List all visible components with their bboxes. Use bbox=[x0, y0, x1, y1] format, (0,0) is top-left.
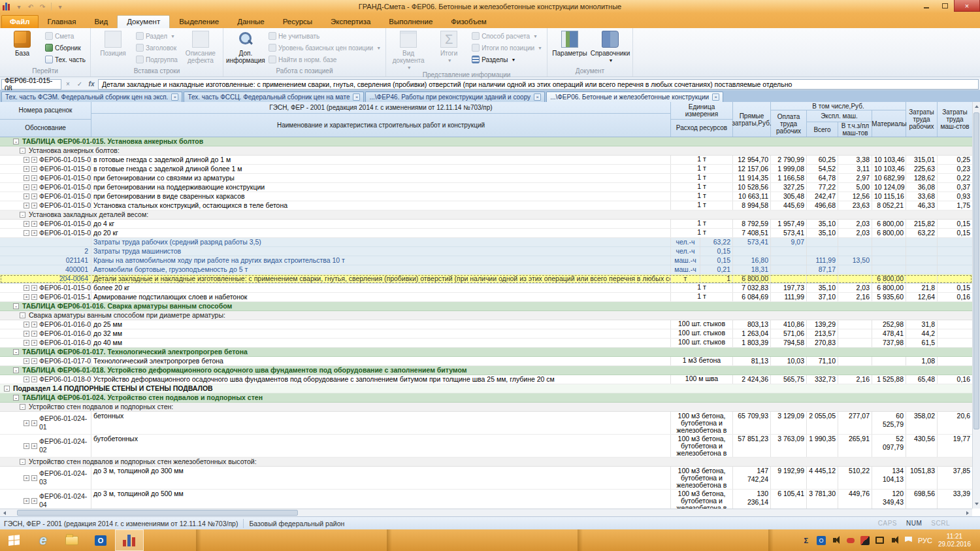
expand-icon[interactable]: + bbox=[31, 358, 37, 364]
confirm-icon[interactable]: ✓ bbox=[74, 80, 85, 88]
expand-icon[interactable]: + bbox=[24, 420, 29, 426]
horizontal-scrollbar[interactable] bbox=[0, 509, 972, 516]
expand-icon[interactable]: + bbox=[24, 358, 29, 364]
ribbon-tab[interactable]: Физобъем bbox=[442, 16, 495, 28]
collapse-icon[interactable]: - bbox=[4, 386, 10, 392]
table-row[interactable]: -ТАБЛИЦА ФЕР06-01-024. Устройство стен п… bbox=[0, 393, 972, 403]
table-row[interactable]: -ТАБЛИЦА ФЕР06-01-015. Установка анкерны… bbox=[0, 137, 972, 146]
expand-icon[interactable]: + bbox=[24, 184, 29, 190]
close-tab-icon[interactable]: × bbox=[171, 93, 178, 101]
ribbon-button-params[interactable]: Параметры bbox=[549, 29, 590, 67]
ribbon-button-ignore[interactable]: Не учитывать bbox=[266, 30, 384, 42]
minimize-button[interactable] bbox=[917, 0, 936, 12]
ribbon-button-techpart[interactable]: Тех. часть bbox=[42, 54, 88, 65]
fx-icon[interactable]: fx bbox=[86, 80, 97, 88]
expand-icon[interactable]: + bbox=[24, 175, 29, 181]
clock[interactable]: 11:21 29.02.2016 bbox=[938, 533, 975, 548]
ribbon-button-collection[interactable]: Сборник bbox=[42, 42, 88, 54]
table-row[interactable]: ++ФЕР06-01-024-01бетонных100 м3 бетона, … bbox=[0, 412, 972, 435]
ribbon-button-insert-subgroup[interactable]: Подгруппа bbox=[133, 54, 180, 65]
ribbon-tab[interactable]: Экспертиза bbox=[321, 16, 380, 28]
table-row[interactable]: 2Затраты труда машинистовчел.-ч0,15 bbox=[0, 247, 972, 256]
expand-icon[interactable]: + bbox=[31, 285, 37, 291]
table-row[interactable]: ++ФЕР06-01-015-07до 4 кг1 т8 792,591 957… bbox=[0, 220, 972, 229]
network-icon[interactable] bbox=[875, 537, 884, 544]
document-tab[interactable]: Тех. часть ФСЭМ. Федеральный сборник цен… bbox=[1, 92, 182, 102]
table-row[interactable]: 204-0064Детали закладные и накладные изг… bbox=[0, 275, 972, 284]
volume-icon[interactable] bbox=[832, 536, 841, 545]
close-button[interactable]: × bbox=[954, 0, 980, 12]
ribbon-tab[interactable]: Данные bbox=[228, 16, 274, 28]
expand-icon[interactable]: + bbox=[24, 322, 29, 327]
scroll-up-icon[interactable] bbox=[973, 102, 980, 111]
table-row[interactable]: -Установка анкерных болтов: bbox=[0, 146, 972, 156]
document-tab[interactable]: ...\ФЕР06. Бетонные и железобетонные кон… bbox=[546, 92, 723, 102]
ribbon-button-doc-view[interactable]: Вид документа▼ bbox=[388, 29, 429, 71]
maximize-button[interactable] bbox=[936, 0, 954, 12]
internet-explorer-icon[interactable]: e bbox=[29, 529, 57, 551]
table-row[interactable]: ++ФЕР06-01-024-02бутобетонных100 м3 бето… bbox=[0, 435, 972, 458]
ribbon-button-calc-method[interactable]: Способ расчета▼ bbox=[469, 30, 545, 42]
collapse-icon[interactable]: - bbox=[13, 303, 19, 309]
collapse-icon[interactable]: - bbox=[20, 459, 25, 465]
ribbon-button-price-level[interactable]: Уровень базисных цен позиции▼ bbox=[266, 42, 384, 54]
expand-icon[interactable]: + bbox=[31, 193, 37, 199]
collapse-icon[interactable]: - bbox=[20, 312, 25, 318]
table-row[interactable]: -ТАБЛИЦА ФЕР06-01-018. Устройство деформ… bbox=[0, 366, 972, 375]
expand-icon[interactable]: + bbox=[31, 221, 37, 227]
ribbon-button-magnifier[interactable]: Доп. информация bbox=[225, 29, 266, 67]
ribbon-button-estimate[interactable]: Смета bbox=[42, 30, 88, 42]
vertical-scrollbar[interactable] bbox=[972, 102, 980, 509]
close-tab-icon[interactable]: × bbox=[353, 93, 360, 101]
document-tab[interactable]: ...\ФЕР46. Работы при реконструкции здан… bbox=[365, 92, 545, 102]
table-row[interactable]: 400001Автомобили бортовые, грузоподъемно… bbox=[0, 265, 972, 275]
vertical-scroll-thumb[interactable] bbox=[973, 112, 979, 429]
collapse-icon[interactable]: - bbox=[24, 230, 29, 236]
expand-icon[interactable]: + bbox=[31, 475, 37, 481]
start-button[interactable] bbox=[0, 529, 29, 551]
table-row[interactable]: ++ФЕР06-01-017-01Технологический электро… bbox=[0, 357, 972, 366]
expand-icon[interactable]: + bbox=[31, 340, 37, 346]
collapse-icon[interactable]: - bbox=[13, 349, 19, 355]
ribbon-button-pos-totals[interactable]: Итоги по позиции▼ bbox=[469, 42, 545, 54]
ribbon-tab[interactable]: Главная bbox=[39, 16, 86, 28]
ribbon-button-books[interactable]: Справочники▼ bbox=[590, 29, 630, 67]
table-row[interactable]: Затраты труда рабочих (средний разряд ра… bbox=[0, 238, 972, 247]
collapse-icon[interactable]: - bbox=[13, 367, 19, 373]
ribbon-tab[interactable]: Выполнение bbox=[380, 16, 442, 28]
grand-smeta-icon[interactable] bbox=[115, 529, 144, 551]
red-indicator-icon[interactable] bbox=[847, 538, 855, 543]
document-tab[interactable]: Тех. часть ФССЦ. Федеральный сборник цен… bbox=[184, 92, 364, 102]
expand-icon[interactable]: + bbox=[31, 443, 37, 449]
expand-icon[interactable]: + bbox=[24, 294, 29, 300]
close-tab-icon[interactable]: × bbox=[534, 93, 541, 101]
undo-icon[interactable]: ↶ bbox=[26, 3, 35, 11]
ribbon-tab[interactable]: Вид bbox=[85, 16, 117, 28]
table-row[interactable]: 021141Краны на автомобильном ходу при ра… bbox=[0, 256, 972, 265]
language-indicator[interactable]: РУС bbox=[918, 537, 932, 544]
ribbon-button-sections[interactable]: Разделы▼ bbox=[469, 54, 545, 65]
expand-icon[interactable]: + bbox=[31, 294, 37, 300]
collapse-icon[interactable]: - bbox=[13, 395, 19, 401]
expand-icon[interactable]: + bbox=[31, 203, 37, 209]
table-row[interactable]: ++ФЕР06-01-024-04до 3 м, толщиной до 500… bbox=[0, 490, 972, 509]
cancel-icon[interactable]: × bbox=[63, 80, 73, 88]
table-row[interactable]: -Устройство стен подвалов и подпорных ст… bbox=[0, 458, 972, 467]
expand-icon[interactable]: + bbox=[24, 498, 29, 504]
ribbon-tab[interactable]: Файл bbox=[1, 15, 39, 28]
table-row[interactable]: ++ФЕР06-01-015-04при бетонировании на по… bbox=[0, 183, 972, 192]
expand-icon[interactable]: + bbox=[31, 420, 37, 426]
table-row[interactable]: ++ФЕР06-01-015-05при бетонировании в вид… bbox=[0, 192, 972, 201]
table-row[interactable]: ++ФЕР06-01-016-03до 40 мм100 шт. стыков1… bbox=[0, 339, 972, 348]
expand-icon[interactable]: + bbox=[31, 331, 37, 337]
table-row[interactable]: -ТАБЛИЦА ФЕР06-01-016. Сварка арматуры в… bbox=[0, 302, 972, 311]
table-row[interactable]: ++ФЕР06-01-015-01в готовые гнезда с заде… bbox=[0, 156, 972, 165]
table-row[interactable]: -Устройство стен подвалов и подпорных ст… bbox=[0, 403, 972, 412]
redo-icon[interactable]: ↷ bbox=[38, 3, 47, 11]
ribbon-tab[interactable]: Ресурсы bbox=[274, 16, 321, 28]
table-row[interactable]: ++ФЕР06-01-016-01до 25 мм100 шт. стыков8… bbox=[0, 320, 972, 329]
expand-icon[interactable]: + bbox=[24, 285, 29, 291]
table-row[interactable]: ++ФЕР06-01-015-03при бетонировании со св… bbox=[0, 174, 972, 183]
app-icon[interactable] bbox=[3, 3, 12, 10]
table-row[interactable]: -Сварка арматуры ванным способом при диа… bbox=[0, 311, 972, 320]
